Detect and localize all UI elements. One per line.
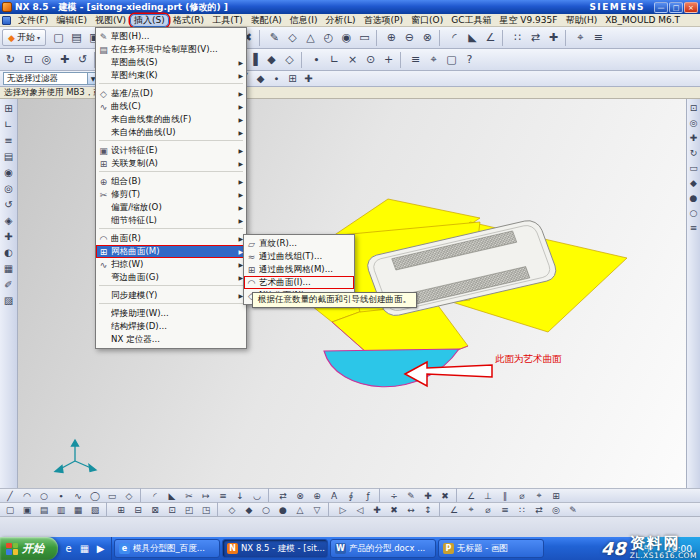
modeling-tool-icon[interactable]: ⌖ — [463, 503, 479, 516]
volume-icon[interactable]: ♪ — [656, 542, 662, 555]
menubar-item-6[interactable]: 工具(T) — [208, 14, 247, 27]
modeling-tool-icon[interactable]: ⊡ — [164, 503, 180, 516]
delete-curve-icon[interactable]: ✖ — [437, 489, 453, 502]
mesh-submenu-item-3[interactable]: ⊞通过曲线网格(M)... — [244, 263, 354, 276]
wcs-display-icon[interactable]: ⌖ — [425, 51, 442, 68]
select-component-icon[interactable]: ⊞ — [285, 72, 300, 86]
insert-menu-item-16[interactable]: 偏置/缩放(O)▶ — [96, 201, 246, 214]
insert-menu-item-17[interactable]: 细节特征(L)▶ — [96, 214, 246, 227]
modeling-tool-icon[interactable]: ▢ — [2, 503, 18, 516]
insert-menu-item-28[interactable]: NX 定位器... — [96, 333, 246, 346]
modeling-tool-icon[interactable]: ◳ — [198, 503, 214, 516]
datum-plane-icon[interactable]: ◇ — [284, 29, 301, 46]
modeling-tool-icon[interactable]: ○ — [258, 503, 274, 516]
select-body-icon[interactable]: ◆ — [253, 72, 268, 86]
modeling-tool-icon[interactable]: ● — [275, 503, 291, 516]
hd3d-tools-icon[interactable]: ◉ — [1, 165, 16, 180]
snap-endpoint-icon[interactable]: ∟ — [326, 51, 343, 68]
target-point-icon[interactable]: ⌖ — [531, 489, 547, 502]
modeling-tool-icon[interactable]: ⊞ — [113, 503, 129, 516]
bridge-curve-icon[interactable]: ◡ — [249, 489, 265, 502]
input-method-icon[interactable]: 中 — [644, 542, 653, 555]
modeling-tool-icon[interactable]: ⊟ — [130, 503, 146, 516]
snap-intersection-icon[interactable]: + — [380, 51, 397, 68]
modeling-tool-icon[interactable]: ▥ — [53, 503, 69, 516]
menubar-item-15[interactable]: XB_MOULD M6.T — [601, 14, 684, 27]
manufacturing-wizard-icon[interactable]: ✚ — [1, 229, 16, 244]
insert-menu-item-6[interactable]: ◇基准/点(D)▶ — [96, 87, 246, 100]
insert-menu-item-3[interactable]: 草图曲线(S)▶ — [96, 56, 246, 69]
line-icon[interactable]: ╱ — [2, 489, 18, 502]
insert-menu-item-12[interactable]: ⊞关联复制(A)▶ — [96, 157, 246, 170]
section-curve-icon[interactable]: ⊕ — [309, 489, 325, 502]
fit-view-icon[interactable]: ⊡ — [20, 51, 37, 68]
offset-curve-icon[interactable]: ≡ — [215, 489, 231, 502]
modeling-tool-icon[interactable]: ✚ — [369, 503, 385, 516]
rotate-view-icon[interactable]: ↺ — [74, 51, 91, 68]
modeling-tool-icon[interactable]: ◰ — [181, 503, 197, 516]
modeling-tool-icon[interactable]: ⌀ — [480, 503, 496, 516]
revolve-icon[interactable]: ◴ — [320, 29, 337, 46]
taskbar-task-1[interactable]: e模具分型图_百度... — [114, 539, 220, 558]
modeling-tool-icon[interactable]: ≡ — [497, 503, 513, 516]
pan-view-icon[interactable]: ✚ — [688, 132, 700, 144]
unite-icon[interactable]: ⊕ — [383, 29, 400, 46]
modeling-tool-icon[interactable]: ▧ — [87, 503, 103, 516]
layer-settings-icon[interactable]: ≡ — [407, 51, 424, 68]
sketch-icon[interactable]: ✎ — [266, 29, 283, 46]
modeling-tool-icon[interactable]: ∷ — [514, 503, 530, 516]
menubar-item-3[interactable]: 视图(V) — [91, 14, 130, 27]
fit-view-icon[interactable]: ⊡ — [688, 102, 700, 114]
modeling-tool-icon[interactable]: ◇ — [224, 503, 240, 516]
modeling-tool-icon[interactable]: ▷ — [335, 503, 351, 516]
insert-menu-item-22[interactable]: 弯边曲面(G)▶ — [96, 271, 246, 284]
modeling-tool-icon[interactable]: ✖ — [386, 503, 402, 516]
modeling-tool-icon[interactable]: ▣ — [19, 503, 35, 516]
extrude-icon[interactable]: △ — [302, 29, 319, 46]
grid-icon[interactable]: ⊞ — [548, 489, 564, 502]
law-curve-icon[interactable]: ƒ — [360, 489, 376, 502]
assembly-navigator-icon[interactable]: ⊞ — [1, 101, 16, 116]
wireframe-view-icon[interactable]: ○ — [688, 207, 700, 219]
intersect-icon[interactable]: ⊗ — [419, 29, 436, 46]
text-curve-icon[interactable]: A — [326, 489, 342, 502]
roles-icon[interactable]: ◐ — [1, 245, 16, 260]
helix-icon[interactable]: ∮ — [343, 489, 359, 502]
front-view-icon[interactable]: ▭ — [688, 162, 700, 174]
insert-menu-item-21[interactable]: ∿扫掠(W)▶ — [96, 258, 246, 271]
chamfer-icon[interactable]: ◣ — [464, 29, 481, 46]
insert-menu-item-11[interactable]: ▣设计特征(E)▶ — [96, 144, 246, 157]
menubar-item-7[interactable]: 装配(A) — [247, 14, 286, 27]
selection-filter-combo[interactable]: 无选择过滤器 ▼ — [3, 72, 99, 85]
modeling-tool-icon[interactable]: ∠ — [446, 503, 462, 516]
trim-curve-icon[interactable]: ✂ — [181, 489, 197, 502]
menubar-item-10[interactable]: 首选项(P) — [360, 14, 407, 27]
touch-mode-icon[interactable]: ✐ — [1, 277, 16, 292]
taskbar-task-2[interactable]: NNX 8.5 - 建模 - [sit... — [222, 539, 328, 558]
system-materials-icon[interactable]: ▦ — [1, 261, 16, 276]
show-desktop-icon[interactable]: ▦ — [77, 541, 92, 557]
diameter-icon[interactable]: ⌀ — [514, 489, 530, 502]
hole-icon[interactable]: ◉ — [338, 29, 355, 46]
modeling-tool-icon[interactable]: ▦ — [70, 503, 86, 516]
edit-curve-icon[interactable]: ✎ — [403, 489, 419, 502]
mirror-curve-icon[interactable]: ⇄ — [275, 489, 291, 502]
modeling-tool-icon[interactable]: ▽ — [309, 503, 325, 516]
internet-browser-icon[interactable]: ◎ — [1, 181, 16, 196]
snap-center-icon[interactable]: ⊙ — [362, 51, 379, 68]
zoom-view-icon[interactable]: ◎ — [688, 117, 700, 129]
menubar-item-9[interactable]: 分析(L) — [322, 14, 360, 27]
mesh-submenu-item-4[interactable]: ◠艺术曲面(I)... — [244, 276, 354, 289]
insert-menu-item-26[interactable]: 焊接助理(W)... — [96, 307, 246, 320]
taskbar-task-3[interactable]: W产品的分型.docx ... — [330, 539, 436, 558]
circle-icon[interactable]: ○ — [36, 489, 52, 502]
modeling-tool-icon[interactable]: ◁ — [352, 503, 368, 516]
right-view-icon[interactable]: ▐ — [245, 51, 262, 68]
modeling-tool-icon[interactable]: ↕ — [420, 503, 436, 516]
insert-menu-item-20[interactable]: ⊞网格曲面(M)▶ — [96, 245, 246, 258]
modeling-tool-icon[interactable]: ◆ — [241, 503, 257, 516]
measure-distance-icon[interactable]: ⌖ — [572, 29, 589, 46]
insert-menu-item-24[interactable]: 同步建模(Y)▶ — [96, 289, 246, 302]
view-options-icon[interactable]: ≡ — [688, 222, 700, 234]
trimetric-view-icon[interactable]: ◇ — [281, 51, 298, 68]
